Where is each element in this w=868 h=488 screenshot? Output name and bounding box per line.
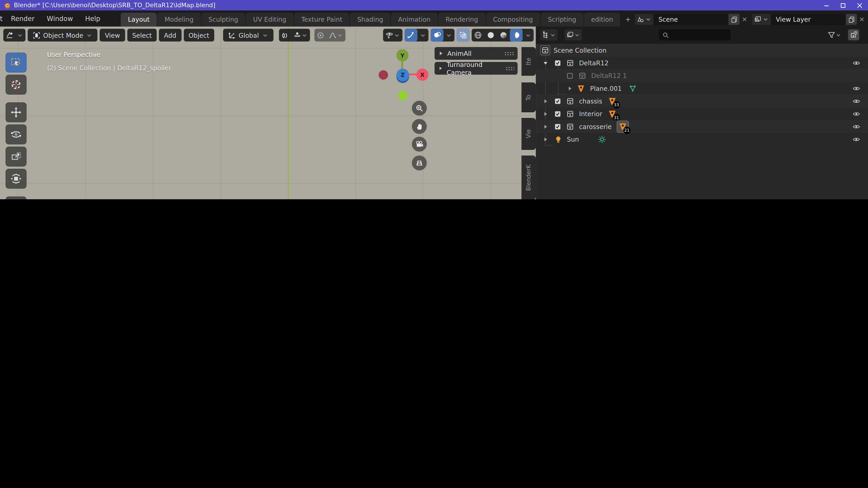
outliner-row-deltar12[interactable]: DeltaR12 (536, 57, 868, 69)
outliner-row-chassis[interactable]: chassis 33 (536, 95, 868, 107)
shading-solid-button[interactable] (485, 29, 497, 41)
object-type-visibility-dropdown[interactable] (383, 29, 403, 41)
tab-shading[interactable]: Shading (350, 13, 391, 26)
view-layer-remove-button[interactable] (858, 16, 867, 23)
minimize-button[interactable] (818, 0, 835, 11)
eye-icon[interactable] (852, 84, 860, 92)
outliner-row-interior[interactable]: Interior 31 (536, 107, 868, 120)
outliner-row-plane001[interactable]: Plane.001 (536, 82, 868, 94)
annotate-tool[interactable] (5, 196, 26, 199)
scale-tool[interactable] (5, 147, 26, 166)
select-menu[interactable]: Select (127, 29, 157, 41)
add-menu[interactable]: Add (159, 29, 181, 41)
tab-layout[interactable]: Layout (121, 13, 157, 26)
mode-dropdown[interactable]: Object Mode (28, 29, 98, 41)
snap-target-dropdown[interactable] (291, 29, 310, 41)
tab-uv-editing[interactable]: UV Editing (246, 13, 293, 26)
outliner-row-deltar12-1[interactable]: DeltaR12 1 (536, 69, 868, 82)
scene-unlink-button[interactable] (740, 16, 749, 23)
menu-render[interactable]: Render (5, 15, 41, 26)
collapse-icon[interactable] (542, 60, 549, 66)
scene-name-field[interactable]: Scene (654, 14, 728, 25)
checkbox-checked-icon[interactable] (554, 123, 561, 130)
eye-icon[interactable] (852, 123, 860, 130)
tab-edition[interactable]: edition (584, 13, 620, 26)
editor-type-button[interactable] (3, 29, 26, 41)
maximize-button[interactable] (835, 0, 851, 11)
outliner-row-scene-collection[interactable]: Scene Collection (536, 43, 868, 56)
sidebar-tab-blenderkit[interactable]: BlenderK (522, 156, 536, 199)
view-layer-name-field[interactable]: View Layer (772, 14, 846, 25)
panel-turnaround-camera[interactable]: Turnaround Camera (434, 62, 518, 74)
transform-tool[interactable] (5, 169, 26, 189)
tab-rendering[interactable]: Rendering (438, 13, 485, 26)
checkbox-checked-icon[interactable] (554, 110, 561, 117)
expand-icon[interactable] (542, 136, 549, 142)
expand-icon[interactable] (542, 123, 549, 129)
view-layer-copy-button[interactable] (846, 14, 857, 25)
object-menu[interactable]: Object (184, 29, 214, 41)
scene-copy-button[interactable] (729, 14, 740, 25)
outliner-row-sun[interactable]: Sun (536, 133, 868, 145)
gizmo-dropdown[interactable] (417, 29, 429, 41)
checkbox-empty-icon[interactable] (566, 72, 574, 79)
show-overlays-toggle[interactable] (431, 29, 443, 41)
expand-icon[interactable] (542, 98, 549, 104)
shading-rendered-button[interactable] (510, 29, 523, 41)
outliner-filter-button[interactable] (826, 29, 843, 40)
gizmo-minus-y-ball[interactable] (398, 91, 408, 100)
sidebar-tab-tool[interactable]: To (522, 83, 536, 112)
sidebar-tab-view[interactable]: Vie (522, 118, 536, 150)
rotate-tool[interactable] (5, 125, 26, 144)
tab-modeling[interactable]: Modeling (157, 13, 201, 26)
panel-grip[interactable] (504, 52, 514, 55)
gizmo-minus-x-ball[interactable] (379, 70, 388, 80)
view-menu[interactable]: View (100, 29, 125, 41)
eye-icon[interactable] (852, 135, 860, 143)
close-button[interactable] (851, 0, 868, 11)
move-tool[interactable] (5, 102, 26, 122)
shading-material-button[interactable] (497, 29, 510, 41)
viewport-3d[interactable]: Object Mode View Select Add Object Globa… (0, 27, 536, 199)
tab-scripting[interactable]: Scripting (541, 13, 583, 26)
panel-grip[interactable] (505, 66, 514, 70)
gizmo-x-ball[interactable]: X (416, 69, 429, 81)
outliner-row-carosserie[interactable]: carosserie 21 (536, 120, 868, 133)
show-gizmo-toggle[interactable] (405, 29, 417, 41)
expand-icon[interactable] (567, 85, 573, 91)
new-collection-button[interactable] (848, 29, 859, 40)
proportional-editing-toggle[interactable] (314, 29, 327, 41)
select-box-tool[interactable] (5, 53, 26, 72)
shading-dropdown[interactable] (523, 29, 534, 41)
shading-wireframe-button[interactable] (472, 29, 485, 41)
cursor-tool[interactable] (5, 75, 26, 95)
menu-window[interactable]: Window (41, 15, 79, 26)
pan-hand-button[interactable] (412, 119, 427, 134)
outliner-editor-type-button[interactable] (540, 29, 557, 40)
eye-icon[interactable] (852, 59, 860, 67)
xray-toggle[interactable] (457, 29, 469, 41)
eye-icon[interactable] (852, 97, 860, 105)
outliner-search-input[interactable] (659, 29, 731, 40)
tab-animation[interactable]: Animation (391, 13, 438, 26)
menu-edit-fragment[interactable]: t (0, 15, 5, 26)
tab-sculpting[interactable]: Sculpting (201, 13, 245, 26)
outliner-display-mode-button[interactable] (565, 29, 582, 40)
sidebar-tab-item[interactable]: Ite (522, 47, 536, 76)
transform-orientation-dropdown[interactable]: Global (223, 29, 273, 41)
tab-texture-paint[interactable]: Texture Paint (294, 13, 349, 26)
scene-browse-button[interactable] (635, 14, 653, 25)
overlays-dropdown[interactable] (443, 29, 455, 41)
snap-toggle[interactable] (279, 29, 291, 41)
expand-icon[interactable] (542, 111, 549, 117)
tab-compositing[interactable]: Compositing (486, 13, 540, 26)
eye-icon[interactable] (852, 110, 860, 118)
checkbox-checked-icon[interactable] (554, 59, 561, 66)
toggle-perspective-button[interactable] (412, 156, 427, 170)
menu-help[interactable]: Help (79, 15, 106, 26)
add-workspace-button[interactable]: + (621, 13, 635, 27)
gizmo-y-ball[interactable]: Y (396, 49, 408, 61)
proportional-falloff-dropdown[interactable] (327, 29, 345, 41)
checkbox-checked-icon[interactable] (554, 97, 561, 105)
panel-animall[interactable]: AnimAll (434, 47, 518, 60)
